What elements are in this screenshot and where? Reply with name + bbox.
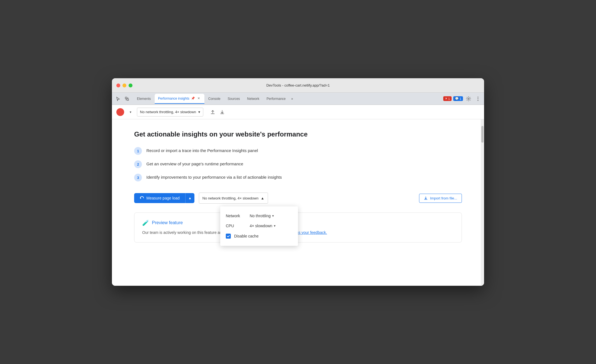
action-row: Measure page load ▲ No network throttlin… — [134, 193, 462, 204]
tab-console-label: Console — [208, 97, 221, 101]
step-text-3: Identify improvements to your performanc… — [146, 174, 282, 180]
pin-icon: 📌 — [191, 97, 195, 100]
tab-close-icon[interactable]: ✕ — [197, 96, 201, 101]
import-btn-label: Import from file... — [430, 196, 457, 200]
cpu-select[interactable]: 4× slowdown ▾ — [250, 224, 276, 228]
error-badge[interactable]: ✕ 1 — [443, 96, 452, 101]
maximize-button[interactable] — [129, 84, 132, 87]
tab-nav-icons — [114, 95, 131, 103]
traffic-lights — [112, 84, 132, 87]
measure-btn-group: Measure page load ▲ — [134, 193, 194, 203]
message-badge[interactable]: 💬 1 — [453, 96, 463, 101]
close-button[interactable] — [116, 84, 120, 87]
measure-btn-label: Measure page load — [146, 196, 180, 200]
throttle-select-toolbar[interactable]: No network throttling, 4× slowdown ▾ — [137, 108, 203, 117]
tab-network[interactable]: Network — [244, 94, 263, 104]
step-text-1: Record or import a trace into the Perfor… — [146, 147, 258, 153]
record-dropdown-arrow[interactable]: ▾ — [127, 109, 134, 115]
cpu-value: 4× slowdown — [250, 224, 272, 228]
tab-performance-label: Performance — [267, 97, 286, 101]
page-title: Get actionable insights on your website'… — [134, 130, 462, 138]
svg-point-2 — [468, 98, 469, 99]
disable-cache-row: Disable cache — [226, 231, 292, 241]
network-select[interactable]: No throttling ▾ — [250, 214, 274, 218]
cpu-row: CPU 4× slowdown ▾ — [226, 221, 292, 231]
tab-network-label: Network — [247, 97, 259, 101]
title-bar: DevTools - coffee-cart.netlify.app/?ad=1 — [112, 78, 484, 93]
network-row: Network No throttling ▾ — [226, 211, 292, 221]
toolbar-icons — [209, 108, 226, 116]
minimize-button[interactable] — [122, 84, 126, 87]
tab-sources[interactable]: Sources — [224, 94, 243, 104]
error-count: 1 — [448, 97, 450, 100]
preview-feature-card: 🧪 Preview feature Our team is actively w… — [134, 213, 462, 242]
measure-page-load-button[interactable]: Measure page load — [134, 193, 185, 203]
beaker-icon: 🧪 — [142, 219, 149, 226]
step-number-2: 2 — [134, 160, 142, 168]
throttle-main-label: No network throttling, 4× slowdown — [202, 196, 259, 200]
cpu-label: CPU — [226, 224, 245, 228]
message-icon: 💬 — [455, 97, 459, 100]
window-title: DevTools - coffee-cart.netlify.app/?ad=1 — [266, 83, 330, 87]
record-button[interactable] — [116, 108, 124, 116]
preview-header: 🧪 Preview feature — [142, 219, 454, 226]
cursor-icon[interactable] — [114, 95, 122, 103]
step-number-3: 3 — [134, 174, 142, 181]
steps-list: 1 Record or import a trace into the Perf… — [134, 147, 462, 181]
download-icon[interactable] — [218, 108, 226, 116]
throttle-select-main[interactable]: No network throttling, 4× slowdown ▲ — [199, 193, 268, 204]
step-1: 1 Record or import a trace into the Perf… — [134, 147, 462, 155]
message-count: 1 — [460, 97, 461, 100]
scrollbar-thumb[interactable] — [481, 126, 484, 143]
tab-sources-label: Sources — [228, 97, 240, 101]
cpu-select-arrow: ▾ — [274, 224, 276, 228]
more-options-button[interactable] — [474, 95, 482, 103]
tab-performance-insights-label: Performance insights — [158, 97, 189, 100]
inspect-icon[interactable] — [123, 95, 131, 103]
svg-point-4 — [478, 98, 479, 99]
disable-cache-checkbox[interactable] — [226, 234, 231, 239]
tab-elements[interactable]: Elements — [134, 94, 154, 104]
step-3: 3 Identify improvements to your performa… — [134, 174, 462, 181]
preview-feature-description: Our team is actively working on this fea… — [142, 229, 454, 236]
throttle-select-arrow: ▾ — [198, 110, 200, 114]
throttle-main-arrow: ▲ — [261, 196, 264, 200]
network-label: Network — [226, 214, 245, 218]
tab-bar-right: ✕ 1 💬 1 — [443, 95, 482, 103]
tab-performance[interactable]: Performance — [263, 94, 289, 104]
network-value: No throttling — [250, 214, 271, 218]
svg-point-5 — [478, 100, 479, 101]
disable-cache-label: Disable cache — [234, 234, 259, 238]
error-icon: ✕ — [445, 97, 447, 100]
preview-feature-title: Preview feature — [152, 220, 183, 225]
measure-btn-dropdown-arrow[interactable]: ▲ — [185, 193, 194, 203]
import-from-file-button[interactable]: Import from file... — [419, 194, 462, 203]
tab-console[interactable]: Console — [205, 94, 224, 104]
settings-button[interactable] — [465, 95, 472, 103]
tab-performance-insights[interactable]: Performance insights 📌 ✕ — [155, 94, 204, 104]
network-select-arrow: ▾ — [272, 214, 274, 218]
step-text-2: Get an overview of your page's runtime p… — [146, 160, 243, 166]
scrollbar[interactable] — [481, 119, 484, 286]
step-2: 2 Get an overview of your page's runtime… — [134, 160, 462, 168]
tab-bar: Elements Performance insights 📌 ✕ Consol… — [112, 93, 484, 105]
svg-rect-0 — [125, 97, 127, 99]
upload-icon[interactable] — [209, 108, 217, 116]
main-content: Get actionable insights on your website'… — [112, 119, 484, 286]
step-number-1: 1 — [134, 147, 142, 155]
toolbar: ▾ No network throttling, 4× slowdown ▾ — [112, 105, 484, 119]
tab-elements-label: Elements — [137, 97, 151, 101]
svg-point-3 — [478, 97, 479, 97]
throttle-select-label: No network throttling, 4× slowdown — [140, 110, 196, 114]
throttle-dropdown-menu: Network No throttling ▾ CPU 4× slowdown … — [220, 206, 298, 246]
more-tabs-button[interactable]: » — [290, 97, 295, 101]
devtools-window: DevTools - coffee-cart.netlify.app/?ad=1… — [112, 78, 484, 286]
svg-rect-1 — [127, 99, 129, 100]
